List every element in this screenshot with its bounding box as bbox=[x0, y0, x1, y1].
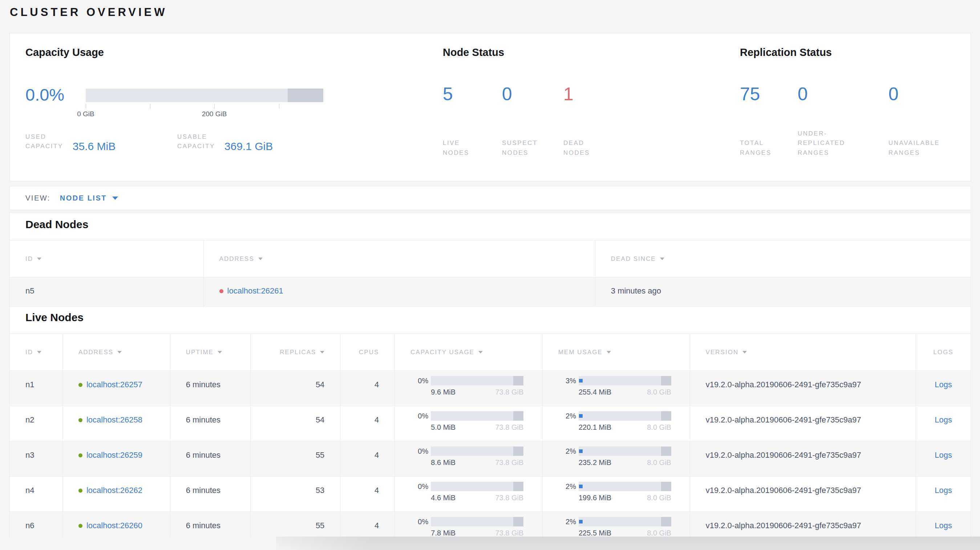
node-id: n2 bbox=[10, 406, 62, 441]
node-cpus: 4 bbox=[340, 406, 395, 441]
total-ranges-label: TOTAL RANGES bbox=[740, 138, 798, 158]
sort-desc-icon bbox=[117, 351, 122, 353]
dead-col-header-dead-since[interactable]: DEAD SINCE bbox=[595, 240, 970, 277]
node-mem-usage-cell: 2% 235.2 MiB8.0 GiB bbox=[542, 441, 690, 476]
logs-link[interactable]: Logs bbox=[935, 486, 952, 495]
node-capacity-usage-cell: 0% 8.6 MiB73.8 GiB bbox=[395, 441, 542, 476]
usable-capacity-label: USABLE CAPACITY bbox=[177, 132, 215, 151]
capacity-axis-ticks bbox=[86, 104, 323, 109]
node-address-cell: localhost:26258 bbox=[62, 406, 170, 441]
node-status-section: Node Status 5 LIVE NODES 0 SUSPECT NODES… bbox=[443, 33, 726, 181]
suspect-nodes-stat: 0 SUSPECT NODES bbox=[502, 84, 563, 158]
node-id: n4 bbox=[10, 477, 62, 512]
logs-link[interactable]: Logs bbox=[935, 380, 952, 389]
dead-nodes-heading: Dead Nodes bbox=[10, 213, 970, 240]
total-ranges-count: 75 bbox=[740, 84, 798, 104]
col-header-replicas[interactable]: REPLICAS bbox=[250, 334, 340, 370]
live-nodes-heading: Live Nodes bbox=[10, 307, 970, 334]
node-replicas: 54 bbox=[250, 406, 340, 441]
node-address-link[interactable]: localhost:26261 bbox=[228, 286, 283, 296]
node-version: v19.2.0-alpha.20190606-2491-gfe735c9a97 bbox=[690, 477, 916, 512]
node-cpus: 4 bbox=[340, 512, 395, 537]
node-address-link[interactable]: localhost:26260 bbox=[86, 521, 142, 530]
node-live-dot-icon bbox=[78, 453, 83, 457]
col-header-capacity-usage[interactable]: CAPACITY USAGE bbox=[395, 334, 542, 370]
table-row: n2 localhost:26258 6 minutes 54 4 0% 5.0… bbox=[10, 406, 970, 441]
logs-link[interactable]: Logs bbox=[935, 521, 952, 530]
node-uptime: 6 minutes bbox=[170, 371, 250, 406]
node-address-cell: localhost:26257 bbox=[62, 371, 170, 406]
node-live-dot-icon bbox=[78, 383, 83, 387]
cluster-summary-card: Capacity Usage 0.0% 0 GiB 200 GiB bbox=[10, 33, 971, 181]
logs-link[interactable]: Logs bbox=[935, 450, 952, 459]
used-capacity-label: USED CAPACITY bbox=[25, 132, 63, 151]
col-header-uptime[interactable]: UPTIME bbox=[170, 334, 250, 370]
node-address-link[interactable]: localhost:26258 bbox=[86, 415, 142, 424]
view-bar: VIEW: NODE LIST bbox=[10, 186, 971, 210]
total-ranges-stat: 75 TOTAL RANGES bbox=[740, 84, 798, 158]
node-version: v19.2.0-alpha.20190606-2491-gfe735c9a97 bbox=[690, 441, 916, 476]
capacity-bar-reserved-segment bbox=[288, 89, 323, 102]
node-logs-cell: Logs bbox=[916, 406, 970, 441]
view-selector-dropdown[interactable]: NODE LIST bbox=[60, 194, 118, 202]
node-mem-usage-cell: 3% 255.4 MiB8.0 GiB bbox=[542, 371, 690, 406]
used-capacity-stat: USED CAPACITY 35.6 MiB bbox=[25, 132, 177, 151]
sort-desc-icon bbox=[660, 258, 664, 260]
unavailable-ranges-stat: 0 UNAVAILABLE RANGES bbox=[888, 84, 940, 158]
dead-col-header-address[interactable]: ADDRESS bbox=[204, 240, 595, 277]
under-replicated-ranges-label: UNDER- REPLICATED RANGES bbox=[798, 129, 888, 158]
chevron-down-icon bbox=[112, 197, 118, 200]
node-cpus: 4 bbox=[340, 477, 395, 512]
capacity-bar bbox=[86, 89, 323, 102]
suspect-nodes-count: 0 bbox=[502, 84, 563, 104]
dead-node-dead-since: 3 minutes ago bbox=[595, 278, 970, 306]
table-row: n3 localhost:26259 6 minutes 55 4 0% 8.6… bbox=[10, 441, 970, 477]
capacity-axis-label-200: 200 GiB bbox=[202, 110, 227, 118]
view-label: VIEW: bbox=[25, 194, 51, 202]
capacity-usage-bar bbox=[431, 376, 523, 385]
dead-col-header-id[interactable]: ID bbox=[10, 240, 204, 277]
view-selected-value: NODE LIST bbox=[60, 194, 107, 202]
node-mem-usage-cell: 2% 220.1 MiB8.0 GiB bbox=[542, 406, 690, 441]
node-uptime: 6 minutes bbox=[170, 406, 250, 441]
dead-nodes-stat: 1 DEAD NODES bbox=[563, 84, 590, 158]
logs-link[interactable]: Logs bbox=[935, 415, 952, 424]
capacity-usage-bar bbox=[431, 411, 523, 421]
capacity-usage-bar bbox=[431, 482, 523, 491]
col-header-mem-usage[interactable]: MEM USAGE bbox=[542, 334, 690, 370]
sort-desc-icon bbox=[478, 351, 483, 353]
node-replicas: 54 bbox=[250, 371, 340, 406]
node-mem-usage-cell: 2% 225.5 MiB8.0 GiB bbox=[542, 512, 690, 537]
node-uptime: 6 minutes bbox=[170, 477, 250, 512]
sort-desc-icon bbox=[37, 351, 41, 353]
node-address-link[interactable]: localhost:26259 bbox=[86, 450, 142, 460]
node-version: v19.2.0-alpha.20190606-2491-gfe735c9a97 bbox=[690, 371, 916, 406]
col-header-cpus[interactable]: CPUS bbox=[340, 334, 395, 370]
mem-usage-bar bbox=[579, 482, 671, 491]
sort-desc-icon bbox=[606, 351, 611, 353]
mem-usage-bar bbox=[579, 447, 671, 456]
sort-desc-icon bbox=[218, 351, 222, 353]
sort-desc-icon bbox=[37, 258, 41, 260]
mem-usage-bar bbox=[579, 376, 671, 385]
usable-capacity-stat: USABLE CAPACITY 369.1 GiB bbox=[177, 132, 273, 151]
node-replicas: 55 bbox=[250, 512, 340, 537]
col-header-logs: LOGS bbox=[916, 334, 970, 370]
node-live-dot-icon bbox=[78, 489, 83, 493]
col-header-address[interactable]: ADDRESS bbox=[62, 334, 170, 370]
capacity-usage-bar bbox=[431, 517, 523, 526]
node-logs-cell: Logs bbox=[916, 477, 970, 512]
live-nodes-stat: 5 LIVE NODES bbox=[443, 84, 502, 158]
mem-usage-bar bbox=[579, 517, 671, 526]
node-address-cell: localhost:26259 bbox=[62, 441, 170, 476]
node-address-cell: localhost:26262 bbox=[62, 477, 170, 512]
under-replicated-ranges-stat: 0 UNDER- REPLICATED RANGES bbox=[798, 84, 888, 158]
node-address-link[interactable]: localhost:26257 bbox=[86, 380, 142, 389]
node-address-link[interactable]: localhost:26262 bbox=[86, 486, 142, 495]
usable-capacity-value: 369.1 GiB bbox=[224, 140, 273, 153]
mem-usage-bar bbox=[579, 411, 671, 421]
node-cpus: 4 bbox=[340, 441, 395, 476]
col-header-id[interactable]: ID bbox=[10, 334, 62, 370]
capacity-usage-bar bbox=[431, 447, 523, 456]
col-header-version[interactable]: VERSION bbox=[690, 334, 916, 370]
